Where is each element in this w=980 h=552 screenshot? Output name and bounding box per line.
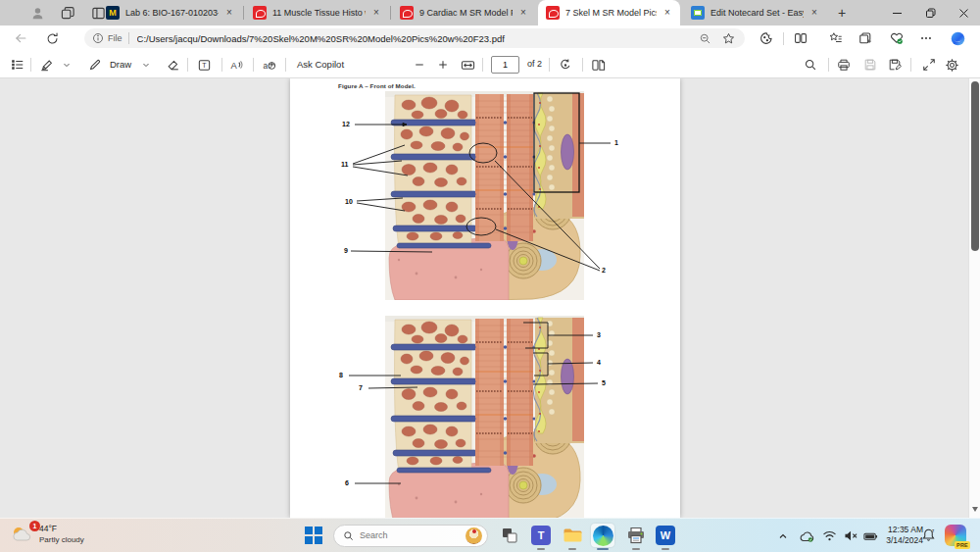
- tray-date: 3/14/2024: [886, 535, 923, 546]
- favorites-list-icon[interactable]: [827, 29, 845, 47]
- translate-icon[interactable]: a: [260, 56, 277, 74]
- teams-app-button[interactable]: T: [529, 524, 553, 547]
- weather-alert-badge: 1: [29, 521, 40, 531]
- split-screen-icon[interactable]: [792, 29, 809, 47]
- callout-1: 1: [614, 139, 618, 146]
- callout-2: 2: [602, 267, 606, 274]
- callout-5: 5: [602, 379, 606, 386]
- tab-skel-sr-model-active[interactable]: 7 Skel M SR Model Pics w ×: [538, 0, 680, 25]
- window-minimize-button[interactable]: [880, 0, 913, 25]
- add-text-icon[interactable]: T: [195, 56, 213, 74]
- window-close-button[interactable]: [947, 0, 980, 25]
- callout-10: 10: [345, 198, 353, 205]
- figure-caption: Figure A – Front of Model.: [338, 82, 416, 89]
- file-explorer-button[interactable]: [561, 524, 584, 547]
- ask-copilot-button[interactable]: Ask Copilot: [297, 59, 344, 70]
- find-in-document-icon[interactable]: [802, 56, 819, 74]
- callout-4: 4: [597, 359, 601, 366]
- tab-cardiac-sr-model[interactable]: 9 Cardiac M SR Model Pic ×: [392, 0, 536, 25]
- print-icon[interactable]: [835, 56, 853, 74]
- umich-favicon: M: [106, 6, 120, 20]
- rotate-icon[interactable]: [557, 56, 574, 74]
- edge-app-button[interactable]: [591, 524, 614, 547]
- more-menu-icon[interactable]: [917, 29, 935, 47]
- onedrive-cloud-icon[interactable]: [798, 527, 814, 544]
- vertical-scrollbar[interactable]: [968, 78, 980, 518]
- tab-label: 9 Cardiac M SR Model Pic: [419, 8, 513, 18]
- workspaces-icon[interactable]: [59, 4, 76, 22]
- info-icon[interactable]: [92, 32, 104, 44]
- zoom-out-icon[interactable]: [411, 56, 428, 74]
- draw-dropdown-icon[interactable]: [137, 56, 155, 74]
- tab-label: Edit Notecard Set - Easy N: [710, 8, 804, 18]
- wifi-icon[interactable]: [821, 527, 838, 544]
- save-as-icon[interactable]: [886, 56, 904, 74]
- settings-gear-icon[interactable]: [943, 56, 960, 74]
- task-view-button[interactable]: [498, 524, 521, 547]
- copilot-preview-button[interactable]: PRE: [945, 525, 966, 546]
- callout-9: 9: [344, 247, 348, 254]
- pdf-favicon: [400, 6, 414, 20]
- pdf-favicon: [253, 6, 267, 20]
- read-aloud-icon[interactable]: A: [227, 56, 245, 74]
- new-tab-button[interactable]: +: [833, 5, 851, 23]
- tray-clock[interactable]: 12:35 AM 3/14/2024: [886, 525, 923, 546]
- word-app-button[interactable]: W: [654, 524, 677, 547]
- window-restore-button[interactable]: [913, 0, 947, 25]
- pdf-viewer: Figure A – Front of Model.: [0, 78, 980, 518]
- weather-widget[interactable]: 1 44°F Partly cloudy: [10, 523, 84, 544]
- draw-label[interactable]: Draw: [110, 59, 131, 70]
- tab-lab6-bio[interactable]: M Lab 6: BIO-167-010203-Hu ×: [98, 0, 242, 25]
- printer-app-button[interactable]: [624, 524, 648, 547]
- address-url-field[interactable]: File C:/Users/jacqu/Downloads/7%20Skel%2…: [84, 28, 745, 48]
- eraser-icon[interactable]: [165, 56, 182, 74]
- scrollbar-thumb[interactable]: [971, 81, 979, 251]
- scrollbar-down-arrow[interactable]: [972, 507, 978, 512]
- refresh-icon[interactable]: [43, 29, 61, 47]
- teams-icon: T: [531, 526, 551, 545]
- zoom-in-icon[interactable]: [434, 56, 452, 74]
- page-view-icon[interactable]: [589, 56, 607, 74]
- browser-essentials-icon[interactable]: [888, 29, 906, 47]
- task-view-icon: [501, 527, 518, 544]
- copilot-icon[interactable]: [949, 29, 966, 47]
- pdf-page: Figure A – Front of Model.: [290, 78, 680, 518]
- tab-close-icon[interactable]: ×: [661, 6, 674, 20]
- search-input[interactable]: [360, 530, 466, 540]
- draw-pen-icon[interactable]: [86, 56, 104, 74]
- highlighter-icon[interactable]: [38, 56, 56, 74]
- fit-to-width-icon[interactable]: [459, 56, 476, 74]
- volume-muted-icon[interactable]: [843, 527, 859, 544]
- textbox-t-glyph: T: [202, 62, 207, 69]
- weather-temperature: 44°F: [39, 524, 84, 533]
- search-highlight-pie-icon[interactable]: [466, 527, 482, 544]
- tray-chevron-icon[interactable]: [774, 527, 791, 544]
- collections-icon[interactable]: [857, 29, 874, 47]
- favorite-star-icon[interactable]: [719, 29, 737, 47]
- back-icon[interactable]: [12, 29, 29, 47]
- address-bar: File C:/Users/jacqu/Downloads/7%20Skel%2…: [0, 25, 980, 51]
- tab-muscle-tissue-histo[interactable]: 11 Muscle Tissue Histo w F ×: [245, 0, 389, 25]
- tab-edit-notecard-set[interactable]: Edit Notecard Set - Easy N ×: [683, 0, 827, 25]
- svg-text:z: z: [932, 527, 935, 533]
- notifications-bell-icon[interactable]: z: [920, 527, 937, 543]
- tab-close-icon[interactable]: ×: [369, 6, 383, 20]
- extensions-cookie-icon[interactable]: [758, 29, 775, 47]
- start-button[interactable]: [302, 524, 325, 547]
- tray-time: 12:35 AM: [886, 525, 923, 535]
- table-of-contents-icon[interactable]: [9, 56, 26, 74]
- tab-close-icon[interactable]: ×: [516, 6, 530, 20]
- tab-close-icon[interactable]: ×: [808, 6, 821, 20]
- tab-close-icon[interactable]: ×: [222, 6, 236, 20]
- page-number-input[interactable]: [491, 56, 519, 74]
- taskbar-search[interactable]: [333, 525, 488, 547]
- fullscreen-icon[interactable]: [920, 56, 938, 74]
- battery-icon[interactable]: [862, 527, 879, 544]
- zoom-page-icon[interactable]: [696, 29, 713, 47]
- weather-condition: Partly cloudy: [39, 535, 84, 544]
- highlighter-dropdown-icon[interactable]: [58, 56, 75, 74]
- callout-6: 6: [345, 479, 349, 486]
- windows-taskbar: 1 44°F Partly cloudy T W: [0, 518, 980, 552]
- profile-avatar-icon[interactable]: [28, 4, 46, 22]
- callout-12: 12: [342, 121, 350, 127]
